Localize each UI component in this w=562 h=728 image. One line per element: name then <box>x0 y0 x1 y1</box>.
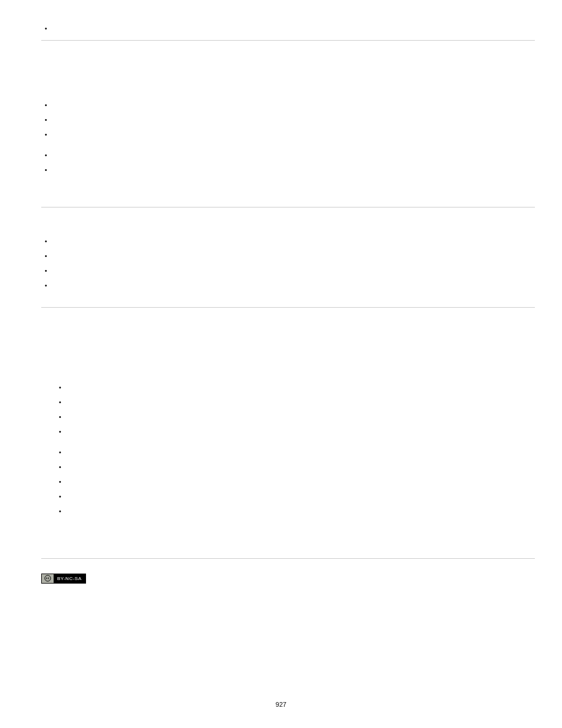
section-sub <box>41 353 535 360</box>
list-item <box>41 281 535 291</box>
list-item <box>41 101 535 110</box>
section-2 <box>41 222 535 291</box>
license-badge[interactable]: BY-NC-SA <box>41 573 535 584</box>
inner-list <box>41 383 535 437</box>
section-intro <box>41 368 535 375</box>
page-number: 927 <box>0 701 562 708</box>
list-item <box>55 463 535 472</box>
inner-list <box>41 237 535 291</box>
list-item <box>41 252 535 261</box>
cc-badge[interactable]: BY-NC-SA <box>41 574 86 584</box>
inner-list <box>41 101 535 140</box>
section-title <box>41 322 535 329</box>
list-item <box>41 151 535 160</box>
cc-icon <box>42 574 54 583</box>
list-item <box>55 427 535 437</box>
divider <box>41 207 535 207</box>
divider <box>41 40 535 41</box>
section-3 <box>41 322 535 542</box>
list-item <box>55 507 535 516</box>
list-item <box>41 116 535 125</box>
svg-point-0 <box>45 575 51 581</box>
list-item <box>55 448 535 457</box>
section-tail <box>41 535 535 542</box>
section-sub <box>41 70 535 77</box>
list-item <box>55 477 535 487</box>
list-item <box>41 266 535 276</box>
section-tail <box>41 183 535 190</box>
cc-text: BY-NC-SA <box>54 574 85 583</box>
section-title <box>41 55 535 62</box>
list-item <box>41 166 535 175</box>
section-1 <box>41 55 535 190</box>
list-item <box>41 237 535 246</box>
list-item <box>55 492 535 502</box>
inner-list <box>41 151 535 175</box>
section-sub <box>41 337 535 344</box>
divider <box>41 558 535 559</box>
divider <box>41 307 535 308</box>
section-intro <box>41 85 535 93</box>
inner-list <box>41 448 535 516</box>
list-item <box>55 398 535 407</box>
list-item <box>41 130 535 140</box>
list-item <box>55 383 535 393</box>
section-title <box>41 222 535 229</box>
list-item <box>55 413 535 422</box>
